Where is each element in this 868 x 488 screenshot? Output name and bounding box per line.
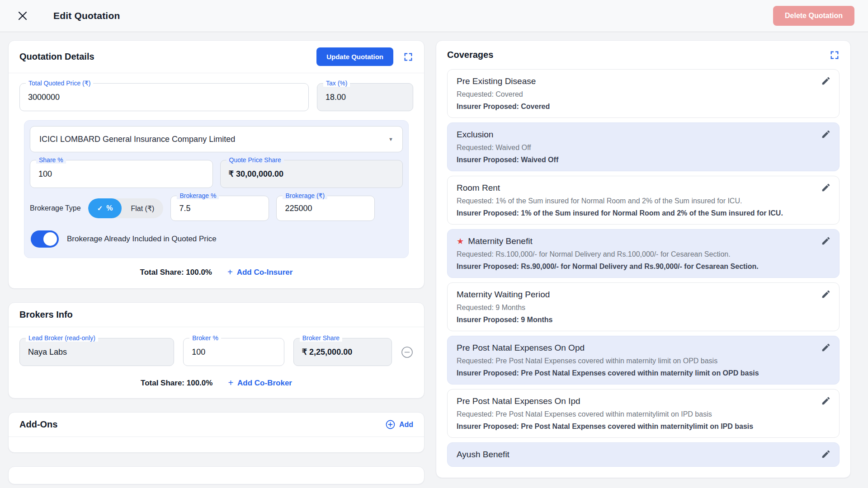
coverage-requested: Requested: Rs.100,000/- for Normal Deliv…: [457, 250, 812, 258]
plus-icon: +: [227, 267, 233, 277]
percent-option-label: %: [106, 204, 113, 212]
coverages-expand-icon[interactable]: [830, 50, 840, 60]
share-pct-label: Share %: [36, 156, 66, 164]
coverage-requested: Requested: Covered: [457, 90, 812, 99]
coverage-title: Maternity Benefit: [468, 236, 533, 246]
tax-label: Tax (%): [323, 80, 350, 87]
brokerage-pct-input[interactable]: [179, 204, 260, 213]
broker-pct-field[interactable]: Broker %: [183, 338, 284, 366]
brokerage-type-flat-option[interactable]: Flat (₹): [122, 198, 163, 218]
lead-broker-field: Lead Broker (read-only) Naya Labs: [19, 338, 174, 366]
coverage-item[interactable]: ★ Pre Existing Disease Requested: Covere…: [447, 69, 840, 118]
coverage-item[interactable]: ★ Ayush Benefit: [447, 442, 840, 467]
delete-quotation-button[interactable]: Delete Quotation: [773, 6, 854, 26]
coverage-requested: Requested: Pre Post Natal Expenses cover…: [457, 410, 812, 418]
flat-option-label: Flat (₹): [131, 204, 154, 213]
brokerage-type-label: Brokerage Type: [30, 204, 81, 212]
left-column: Quotation Details Update Quotation Total…: [8, 40, 425, 484]
brokerage-included-label: Brokerage Already Included in Quoted Pri…: [67, 235, 217, 244]
total-quoted-price-field[interactable]: Total Quoted Price (₹): [19, 83, 309, 111]
coverage-item[interactable]: ★ Exclusion Requested: Waived Off Insure…: [447, 122, 840, 171]
edit-pencil-icon[interactable]: [821, 289, 831, 301]
coverage-title: Pre Post Natal Expenses On Ipd: [457, 396, 580, 406]
coverage-proposed: Insurer Proposed: Covered: [457, 103, 812, 111]
next-section-card: [8, 466, 425, 484]
coverage-title: Exclusion: [457, 130, 493, 140]
coverage-item[interactable]: ★ Pre Post Natal Expenses On Ipd Request…: [447, 389, 840, 438]
page-title: Edit Quotation: [53, 10, 120, 21]
add-addon-label: Add: [399, 421, 413, 429]
add-co-broker-button[interactable]: + Add Co-Broker: [228, 378, 292, 388]
coverage-item[interactable]: ★ Pre Post Natal Expenses On Opd Request…: [447, 336, 840, 385]
insurer-select[interactable]: ICICI LOMBARD General Insurance Company …: [30, 126, 403, 152]
lead-broker-label: Lead Broker (read-only): [26, 334, 98, 342]
broker-share-field: Broker Share ₹ 2,25,000.00: [293, 338, 392, 366]
tax-field: Tax (%) 18.00: [317, 83, 413, 111]
coverage-proposed: Insurer Proposed: 9 Months: [457, 316, 812, 324]
brokerage-pct-field[interactable]: Brokerage %: [170, 196, 269, 221]
share-pct-field[interactable]: Share %: [30, 160, 213, 188]
coverage-proposed: Insurer Proposed: Pre Post Natal Expense…: [457, 422, 812, 431]
plus-circle-icon: [386, 420, 395, 429]
coverage-title: Room Rent: [457, 183, 500, 193]
coverage-proposed: Insurer Proposed: Rs.90,000/- for Normal…: [457, 263, 812, 271]
expand-icon[interactable]: [403, 52, 413, 62]
coverages-card: Coverages ★ Pre Existing Disease Request…: [436, 40, 851, 478]
quote-price-share-value: ₹ 30,00,000.00: [229, 169, 284, 179]
brokers-info-card: Brokers Info Lead Broker (read-only) Nay…: [8, 302, 425, 399]
top-bar: Edit Quotation Delete Quotation: [0, 0, 868, 32]
coverage-requested: Requested: Pre Post Natal Expenses cover…: [457, 357, 812, 365]
add-co-insurer-label: Add Co-Insurer: [237, 268, 293, 277]
brokerage-amount-input[interactable]: [285, 204, 366, 213]
brokerage-type-percent-option[interactable]: ✓ %: [88, 198, 122, 218]
edit-pencil-icon[interactable]: [821, 183, 831, 194]
add-addon-button[interactable]: Add: [386, 420, 413, 429]
quotation-details-card: Quotation Details Update Quotation Total…: [8, 40, 425, 289]
coverage-item[interactable]: ★ Maternity Waiting Period Requested: 9 …: [447, 282, 840, 331]
remove-broker-icon[interactable]: [401, 346, 413, 358]
total-quoted-price-input[interactable]: [28, 93, 300, 102]
coverage-proposed: Insurer Proposed: 1% of the Sum insured …: [457, 209, 812, 217]
edit-pencil-icon[interactable]: [821, 343, 831, 354]
required-star-icon: ★: [457, 236, 464, 246]
plus-icon: +: [228, 378, 233, 388]
toggle-knob: [43, 232, 57, 246]
brokerage-included-toggle[interactable]: [31, 230, 59, 248]
update-quotation-button[interactable]: Update Quotation: [316, 47, 393, 66]
edit-pencil-icon[interactable]: [821, 76, 831, 88]
coverages-title: Coverages: [447, 50, 493, 60]
quote-price-share-field: Quote Price Share ₹ 30,00,000.00: [220, 160, 403, 188]
coverage-requested: Requested: 9 Months: [457, 304, 812, 312]
edit-pencil-icon[interactable]: [821, 449, 831, 461]
insurer-select-value: ICICI LOMBARD General Insurance Company …: [39, 135, 388, 144]
add-ons-title: Add-Ons: [19, 419, 57, 430]
close-icon[interactable]: [14, 7, 32, 25]
total-quoted-price-label: Total Quoted Price (₹): [26, 80, 93, 87]
brokerage-amount-label: Brokerage (₹): [283, 192, 327, 199]
brokerage-amount-field[interactable]: Brokerage (₹): [276, 196, 375, 221]
broker-share-value: ₹ 2,25,000.00: [302, 347, 353, 357]
share-pct-input[interactable]: [38, 169, 204, 179]
coverage-proposed: Insurer Proposed: Waived Off: [457, 156, 812, 164]
coverage-title: Pre Existing Disease: [457, 76, 536, 86]
edit-pencil-icon[interactable]: [821, 236, 831, 248]
brokerage-pct-label: Brokerage %: [177, 192, 219, 199]
edit-pencil-icon[interactable]: [821, 396, 831, 408]
add-co-insurer-button[interactable]: + Add Co-Insurer: [227, 267, 292, 277]
coverage-requested: Requested: Waived Off: [457, 144, 812, 152]
chevron-down-icon: ▼: [388, 136, 393, 142]
coverage-item[interactable]: ★ Maternity Benefit Requested: Rs.100,00…: [447, 229, 840, 278]
brokerage-type-segmented: ✓ % Flat (₹): [88, 198, 164, 218]
brokers-info-title: Brokers Info: [19, 310, 73, 320]
coverage-item[interactable]: ★ Room Rent Requested: 1% of the Sum ins…: [447, 176, 840, 225]
coverage-requested: Requested: 1% of the Sum insured for Nor…: [457, 197, 812, 205]
insurer-total-share: Total Share: 100.0%: [140, 268, 212, 277]
coverage-title: Ayush Benefit: [457, 450, 509, 460]
add-co-broker-label: Add Co-Broker: [237, 379, 292, 388]
broker-pct-input[interactable]: [192, 347, 275, 357]
coverage-list: ★ Pre Existing Disease Requested: Covere…: [436, 66, 850, 478]
quote-price-share-label: Quote Price Share: [226, 156, 284, 164]
edit-pencil-icon[interactable]: [821, 129, 831, 141]
quotation-details-title: Quotation Details: [19, 52, 94, 62]
coverage-title: Maternity Waiting Period: [457, 290, 550, 300]
